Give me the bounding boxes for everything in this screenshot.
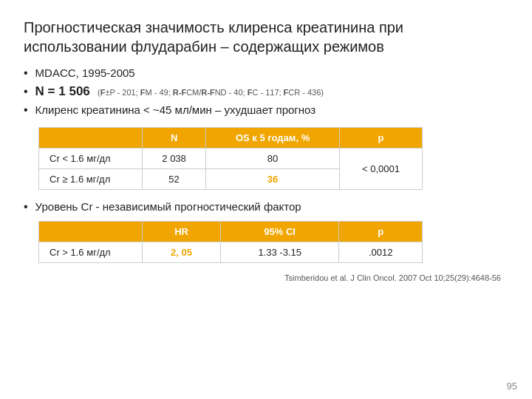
table1-header-os: OS к 5 годам, % <box>206 128 340 149</box>
table2-row1-label: Cr > 1.6 мг/дл <box>39 242 143 263</box>
table1-row2-n: 52 <box>143 169 206 190</box>
bullet-text-1: MDACC, 1995-2005 <box>35 66 135 79</box>
table1-header-n: N <box>143 128 206 149</box>
slide-title: Прогностическая значимость клиренса креа… <box>24 18 508 56</box>
table1-row2-label: Cr ≥ 1.6 мг/дл <box>39 169 143 190</box>
table1-row2-os: 36 <box>206 169 340 190</box>
table2-header-p: p <box>339 222 423 242</box>
slide-container: Прогностическая значимость клиренса креа… <box>24 18 508 282</box>
table2-row1-ci: 1.33 -3.15 <box>221 242 339 263</box>
table1-p-value: < 0,0001 <box>340 149 423 190</box>
table1-row1-os: 80 <box>206 149 340 169</box>
table2-header-ci: 95% CI <box>221 222 339 242</box>
table1-row-1: Cr < 1.6 мг/дл 2 038 80 < 0,0001 <box>39 149 423 169</box>
bullet-item-2: N = 1 506 (F±P - 201; FM - 49; R-FCM/R-F… <box>24 84 508 99</box>
table1-row1-n: 2 038 <box>143 149 206 169</box>
table2-row1-hr: 2, 05 <box>143 242 221 263</box>
table2-header-empty <box>39 222 143 242</box>
bullet-n-prefix: N = 1 506 (F±P - 201; FM - 49; R-FCM/R-F… <box>35 84 324 99</box>
table2: HR 95% CI p Cr > 1.6 мг/дл 2, 05 1.33 -3… <box>38 221 423 263</box>
page-number: 95 <box>507 381 517 392</box>
table2-row1-p: .0012 <box>339 242 423 263</box>
bullet-text-3: Клиренс креатинина < ~45 мл/мин – ухудша… <box>35 103 316 116</box>
table2-header-hr: HR <box>143 222 221 242</box>
table1: N OS к 5 годам, % p Cr < 1.6 мг/дл 2 038… <box>38 127 423 190</box>
bullet-item-3: Клиренс креатинина < ~45 мл/мин – ухудша… <box>24 103 508 117</box>
table1-section: N OS к 5 годам, % p Cr < 1.6 мг/дл 2 038… <box>24 127 508 190</box>
table2-row-1: Cr > 1.6 мг/дл 2, 05 1.33 -3.15 .0012 <box>39 242 423 263</box>
bottom-bullet: Уровень Cr - независимый прогностический… <box>24 200 508 214</box>
bullet-list: MDACC, 1995-2005 N = 1 506 (F±P - 201; F… <box>24 66 508 117</box>
bullet-item-1: MDACC, 1995-2005 <box>24 66 508 80</box>
table1-header-empty <box>39 128 143 149</box>
citation-text: Tsimberidou et al. J Clin Oncol. 2007 Oc… <box>24 273 501 282</box>
table1-row1-label: Cr < 1.6 мг/дл <box>39 149 143 169</box>
table2-section: HR 95% CI p Cr > 1.6 мг/дл 2, 05 1.33 -3… <box>24 221 508 263</box>
table1-header-p: p <box>340 128 423 149</box>
